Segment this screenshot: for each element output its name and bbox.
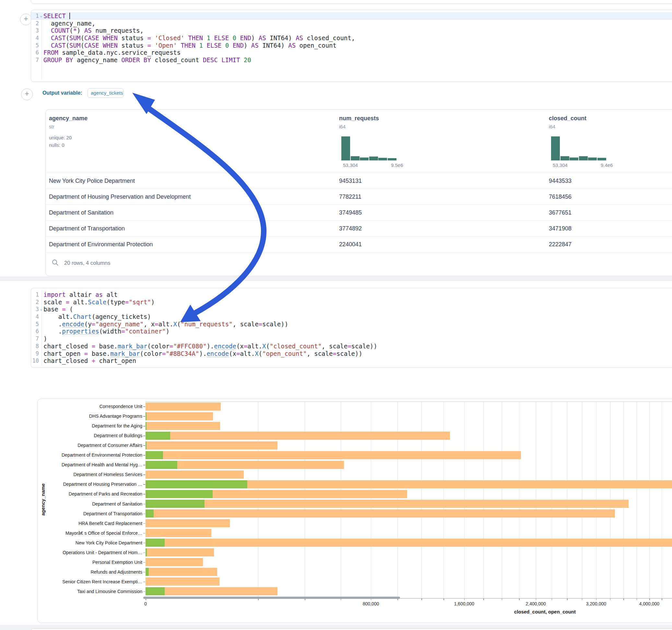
code-line[interactable]: 4 CAST(SUM(CASE WHEN status = 'Closed' T… (31, 34, 672, 42)
code-line[interactable]: 5 .encode(y="agency_name", x=alt.X("num_… (31, 320, 672, 328)
plot-top-border (146, 402, 672, 402)
line-number: 8 (31, 343, 39, 350)
y-axis-label: Refunds and Adjustments (39, 570, 142, 575)
bar-open-count (146, 422, 146, 430)
table-cell[interactable]: 9443533 (549, 177, 572, 185)
code-text: CAST(SUM(CASE WHEN status = 'Closed' THE… (44, 34, 355, 42)
add-cell-button-top[interactable]: + (20, 14, 32, 25)
code-line[interactable]: 1import altair as alt (31, 291, 672, 298)
bar-closed-count (146, 441, 278, 450)
line-number: 5 (31, 42, 39, 49)
table-cell[interactable]: Department of Environmental Protection (49, 241, 153, 248)
table-cell[interactable]: 2240041 (339, 241, 362, 248)
line-number: 6 (31, 328, 39, 335)
y-axis-tick (143, 514, 145, 514)
table-cell[interactable]: New York City Police Department (49, 177, 135, 185)
code-line[interactable]: 9chart_open = base.mark_bar(color="#8BC3… (31, 350, 672, 358)
code-line[interactable]: 3 COUNT(*) AS num_requests, (31, 27, 672, 34)
sql-code-area[interactable]: 1⌄SELECT 2 agency_name,3 COUNT(*) AS num… (31, 12, 672, 64)
line-number: 3 (31, 27, 39, 34)
line-number: 4 (31, 313, 39, 320)
bar-open-count (146, 432, 170, 440)
line-number: 5 (31, 320, 39, 328)
table-cell[interactable]: Department of Sanitation (49, 209, 114, 216)
code-line[interactable]: 6FROM sample_data.nyc.service_requests (31, 49, 672, 56)
python-code-area[interactable]: 1import altair as alt2scale = alt.Scale(… (31, 291, 672, 365)
bar-closed-count (146, 568, 217, 576)
code-line[interactable]: 2scale = alt.Scale(type="sqrt") (31, 298, 672, 306)
table-cell[interactable]: Department of Transportation (49, 225, 125, 232)
code-line[interactable]: 1⌄SELECT (31, 12, 672, 20)
column-header-closed_count[interactable]: closed_count (549, 115, 586, 122)
column-header-agency_name[interactable]: agency_name (49, 115, 88, 122)
y-axis-tick (143, 416, 145, 417)
y-axis-tick (143, 504, 145, 505)
chart-output-card: Correspondence UnitDHS Advantage Program… (37, 398, 672, 623)
bar-open-count (146, 539, 165, 547)
sql-editor-cell[interactable]: 1⌄SELECT 2 agency_name,3 COUNT(*) AS num… (31, 10, 672, 82)
table-cell[interactable]: 3677651 (549, 209, 572, 216)
code-line[interactable]: 8chart_closed = base.mark_bar(color="#FF… (31, 343, 672, 350)
output-variable-pill[interactable]: agency_tickets (88, 88, 123, 98)
code-text: .properties(width="container") (44, 328, 170, 335)
code-text: base = ( (44, 306, 73, 313)
code-line[interactable]: 7GROUP BY agency_name ORDER BY closed_co… (31, 56, 672, 64)
column-header-num_requests[interactable]: num_requests (339, 115, 379, 122)
table-cell[interactable]: 7782211 (339, 193, 361, 200)
y-axis-tick (143, 582, 145, 582)
bar-open-count (146, 441, 146, 450)
histogram-max-label: 9.4e6 (601, 162, 613, 168)
table-cell[interactable]: Department of Housing Preservation and D… (49, 193, 191, 200)
y-axis-label: Department of Environmental Protection (39, 453, 142, 458)
fold-chevron-icon[interactable]: ⌄ (40, 305, 43, 313)
y-axis-label: Department of Homeless Services (39, 472, 142, 477)
table-cell[interactable]: 3471908 (549, 225, 572, 232)
add-cell-button-output[interactable]: + (21, 89, 33, 100)
bar-closed-count (146, 509, 615, 517)
column-type: str (49, 124, 54, 129)
code-line[interactable]: 7) (31, 335, 672, 343)
code-line[interactable]: 10chart_closed + chart_open (31, 357, 672, 365)
text-caret (69, 13, 70, 19)
chart-horizontal-scrollbar[interactable] (143, 597, 400, 599)
code-line[interactable]: 3⌄base = ( (31, 306, 672, 313)
bar-closed-count (146, 558, 203, 566)
y-axis-label: HRA Benefit Card Replacement (39, 521, 142, 526)
code-text: chart_closed + chart_open (44, 357, 136, 365)
bar-open-count (146, 461, 177, 469)
table-cell[interactable]: 7618456 (549, 193, 572, 200)
code-line[interactable]: 5 CAST(SUM(CASE WHEN status = 'Open' THE… (31, 42, 672, 49)
y-axis-label: Personal Exemption Unit (39, 560, 142, 565)
histogram-bar (551, 137, 560, 161)
chart-gridline (637, 402, 637, 598)
table-cell[interactable]: 9453131 (339, 177, 362, 185)
python-editor-cell[interactable]: 1import altair as alt2scale = alt.Scale(… (31, 288, 672, 368)
bar-open-count (146, 509, 154, 517)
fold-chevron-icon[interactable]: ⌄ (40, 12, 43, 20)
notebook-page: { "theme": { "arrow_color": "#2b59d8", "… (0, 0, 672, 630)
table-cell[interactable]: 2222847 (549, 241, 572, 248)
code-line[interactable]: 6 .properties(width="container") (31, 328, 672, 335)
line-number: 4 (31, 34, 39, 42)
search-icon[interactable] (51, 259, 59, 266)
histogram-bar (388, 158, 397, 161)
code-text: .encode(y="agency_name", x=alt.X("num_re… (44, 320, 288, 328)
histogram-bar (579, 156, 588, 161)
line-number: 1 (31, 12, 39, 20)
code-text: CAST(SUM(CASE WHEN status = 'Open' THEN … (44, 42, 336, 49)
x-axis-tick-label: 3,200,000 (586, 601, 606, 606)
y-axis-label: Department of Health and Mental Hyg… (39, 462, 142, 467)
y-axis-label: DHS Advantage Programs (39, 413, 142, 419)
table-cell[interactable]: 3749485 (339, 209, 362, 216)
bar-open-count (146, 490, 213, 498)
table-cell[interactable]: 3774892 (339, 225, 362, 232)
histogram-bar (351, 156, 360, 161)
bar-open-count (146, 587, 165, 595)
code-line[interactable]: 4 alt.Chart(agency_tickets) (31, 313, 672, 320)
line-number: 2 (31, 20, 39, 27)
column-type: i64 (549, 124, 555, 129)
bar-open-count (146, 480, 247, 488)
y-axis-tick (143, 455, 145, 456)
code-line[interactable]: 2 agency_name, (31, 20, 672, 27)
line-number: 1 (31, 291, 39, 298)
